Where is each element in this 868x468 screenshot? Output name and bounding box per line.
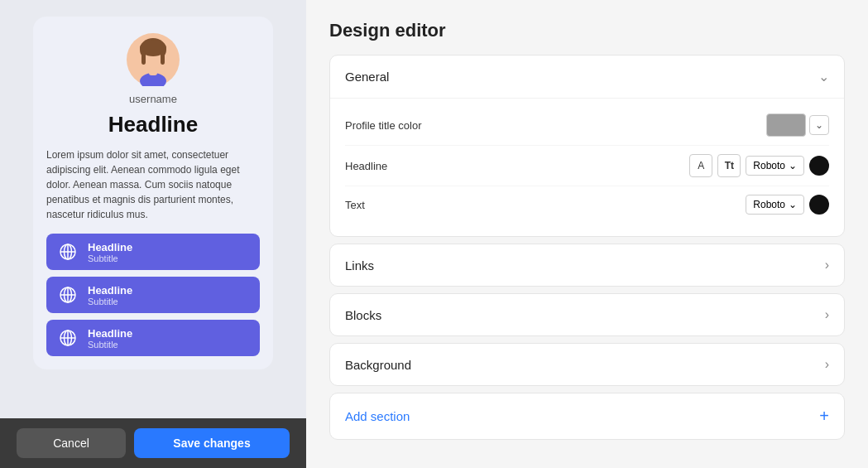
chevron-right-icon: ›: [825, 307, 829, 322]
link-texts: Headline Subtitle: [88, 327, 132, 350]
left-panel: username Headline Lorem ipsum dolor sit …: [0, 0, 306, 468]
plus-icon: +: [819, 407, 829, 426]
link-subtitle: Subtitle: [88, 253, 132, 263]
accordion-background: Background ›: [329, 343, 845, 386]
globe-icon: [56, 283, 79, 306]
setting-row-headline: Headline A Tt Roboto ⌄: [345, 146, 829, 186]
headline-font-controls: A Tt Roboto ⌄: [689, 154, 829, 177]
add-section-button[interactable]: Add section +: [329, 393, 845, 440]
text-font-chevron: ⌄: [789, 199, 797, 210]
link-texts: Headline Subtitle: [88, 241, 132, 263]
color-picker-dropdown[interactable]: ⌄: [809, 115, 829, 135]
font-size-btn[interactable]: A: [689, 154, 712, 177]
avatar: [127, 33, 180, 86]
card-headline: Headline: [108, 112, 198, 138]
text-color-dot[interactable]: [809, 195, 829, 215]
font-weight-btn[interactable]: Tt: [717, 154, 741, 177]
link-title: Headline: [88, 327, 132, 340]
accordion-background-label: Background: [345, 358, 411, 372]
link-texts: Headline Subtitle: [88, 284, 132, 306]
headline-font-select[interactable]: Roboto ⌄: [746, 156, 804, 176]
link-title: Headline: [88, 241, 132, 253]
card-body-text: Lorem ipsum dolor sit amet, consectetuer…: [46, 147, 260, 222]
svg-rect-5: [161, 51, 165, 65]
link-title: Headline: [88, 284, 132, 297]
accordion-blocks-label: Blocks: [345, 308, 381, 322]
cancel-button[interactable]: Cancel: [17, 428, 126, 458]
globe-icon: [56, 326, 79, 350]
accordion-general-header[interactable]: General ⌄: [330, 55, 844, 98]
save-changes-button[interactable]: Save changes: [134, 428, 290, 458]
chevron-right-icon: ›: [825, 258, 829, 273]
chevron-down-icon: ⌄: [818, 69, 829, 84]
accordion-links-header[interactable]: Links ›: [330, 244, 844, 286]
profile-title-color-controls: ⌄: [766, 113, 829, 137]
username-label: username: [129, 93, 177, 105]
svg-rect-4: [141, 51, 146, 65]
accordion-links: Links ›: [329, 244, 845, 287]
setting-row-profile-title-color: Profile title color ⌄: [345, 105, 829, 146]
accordion-general-label: General: [345, 70, 389, 84]
chevron-right-icon: ›: [825, 357, 829, 372]
svg-rect-7: [149, 67, 157, 75]
text-font-controls: Roboto ⌄: [746, 195, 829, 215]
setting-label-text: Text: [345, 199, 365, 211]
accordion-general-content: Profile title color ⌄ Headline A Tt Robo…: [330, 98, 844, 236]
color-picker-swatch[interactable]: [766, 113, 806, 137]
bottom-bar: Cancel Save changes: [0, 418, 306, 468]
profile-card: username Headline Lorem ipsum dolor sit …: [33, 17, 273, 369]
page-title: Design editor: [329, 20, 845, 41]
accordion-general: General ⌄ Profile title color ⌄ Headline…: [329, 55, 845, 237]
globe-icon: [56, 240, 79, 263]
link-subtitle: Subtitle: [88, 340, 132, 350]
headline-font-chevron: ⌄: [789, 160, 797, 171]
list-item: Headline Subtitle: [46, 320, 260, 356]
headline-color-dot[interactable]: [809, 156, 829, 176]
add-section-label: Add section: [345, 409, 410, 423]
accordion-background-header[interactable]: Background ›: [330, 344, 844, 385]
setting-label-profile-title: Profile title color: [345, 119, 421, 132]
setting-label-headline: Headline: [345, 160, 387, 172]
accordion-links-label: Links: [345, 258, 374, 273]
setting-row-text: Text Roboto ⌄: [345, 186, 829, 223]
accordion-blocks: Blocks ›: [329, 293, 845, 336]
headline-font-name: Roboto: [753, 160, 785, 171]
right-panel: Design editor General ⌄ Profile title co…: [306, 0, 868, 468]
text-font-name: Roboto: [753, 199, 785, 210]
accordion-blocks-header[interactable]: Blocks ›: [330, 294, 844, 335]
link-subtitle: Subtitle: [88, 297, 132, 306]
list-item: Headline Subtitle: [46, 277, 260, 313]
list-item: Headline Subtitle: [46, 234, 260, 270]
text-font-select[interactable]: Roboto ⌄: [746, 195, 804, 215]
